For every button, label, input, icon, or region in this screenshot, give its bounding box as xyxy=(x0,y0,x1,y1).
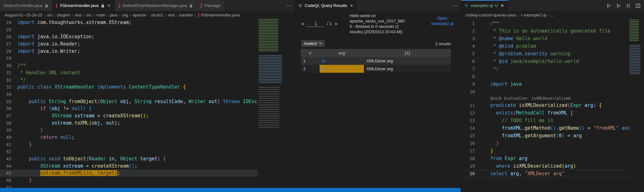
minimap[interactable] xyxy=(259,19,286,186)
code-line[interactable]: 6 * @id java/example/hello-world xyxy=(461,58,629,65)
code-line[interactable]: 5 * @problem.severity warning xyxy=(461,50,629,58)
breadcrumb-item[interactable]: main xyxy=(96,13,105,17)
close-icon[interactable]: ✕ xyxy=(107,3,111,8)
breadcrumb-item[interactable]: JXStreamHandler.java xyxy=(198,13,240,17)
breadcrumb-item[interactable]: rest xyxy=(75,13,82,17)
code-line[interactable]: 11predicate isXMLDeserialized(Expr arg) … xyxy=(461,102,629,109)
code-line[interactable]: 36 if (obj != null) { xyxy=(0,105,258,112)
code-line[interactable]: 16 ) xyxy=(461,139,629,147)
code-line[interactable]: 43 public void toObject(Reader in, Objec… xyxy=(0,155,258,163)
code-line[interactable]: 30/** xyxy=(0,62,258,69)
close-icon[interactable]: ✕ xyxy=(349,3,354,8)
code-line[interactable]: 3 * @name Hello world xyxy=(461,35,629,42)
breadcrumb-item[interactable]: struts2 xyxy=(151,13,163,17)
code-line[interactable]: 34 xyxy=(0,91,258,98)
tab-example2-ql[interactable]: example2.ql U ✕ xyxy=(461,0,508,11)
breadcrumb-item[interactable]: ... xyxy=(551,13,554,17)
close-icon[interactable]: ✕ xyxy=(500,3,505,8)
tab-xstreamhandler[interactable]: J XStreamHandler.java ✕ xyxy=(52,0,115,11)
tab-package[interactable]: J Package xyxy=(197,0,224,11)
code-line[interactable]: 39 } xyxy=(0,127,258,134)
tab-codeql-query-results[interactable]: CodeQL Query Results ✕ xyxy=(295,0,358,11)
breadcrumb-item[interactable]: plugins xyxy=(57,13,70,17)
code-line[interactable]: 9import java xyxy=(461,80,629,88)
java-code-editor[interactable]: 24import com.thoughtworks.xstream.XStrea… xyxy=(0,19,258,192)
line-number: 38 xyxy=(0,120,11,127)
lock-icon xyxy=(101,4,105,8)
code-line[interactable]: 10 xyxy=(461,88,629,96)
result-link[interactable]: in xyxy=(322,66,325,71)
code-line[interactable]: 7 */ xyxy=(461,65,629,73)
breadcrumb-item[interactable]: August-01--15-16-25 xyxy=(4,13,42,17)
code-line[interactable]: 17} xyxy=(461,147,629,155)
line-number: 14 xyxy=(461,124,475,132)
code-line[interactable]: 20select arg, "XMLDeser arg" xyxy=(461,170,629,177)
code-line[interactable]: 12 exists(MethodCall fromXML | xyxy=(461,109,629,117)
breadcrumb-item[interactable]: apache xyxy=(133,13,146,17)
result-arg-cell[interactable]: is xyxy=(320,57,364,65)
code-line[interactable]: 41 } xyxy=(0,141,258,148)
compare-changes-icon[interactable] xyxy=(626,3,631,8)
code-line[interactable]: 18from Expr arg xyxy=(461,155,629,162)
code-line[interactable]: 37 XStream xstream = createXStream(); xyxy=(0,112,258,120)
code-line[interactable]: 15 fromXML.getArgument(0) = arg xyxy=(461,132,629,139)
code-line[interactable]: 29 xyxy=(0,55,258,62)
select-dropdown[interactable]: #select xyxy=(301,40,325,47)
result-index: 2 xyxy=(301,65,320,73)
code-line[interactable]: 25 xyxy=(0,26,258,34)
page-number-input[interactable] xyxy=(307,21,324,27)
code-line[interactable]: 26import java.io.IOException; xyxy=(0,33,258,40)
code-line[interactable]: 8 xyxy=(461,73,629,80)
ql-code-editor[interactable]: 1/**2 * This is an automatically generat… xyxy=(461,20,629,192)
more-actions-icon[interactable]: ⋯ xyxy=(450,3,461,9)
code-line[interactable]: 46 } xyxy=(0,177,258,184)
code-line[interactable]: 28import java.io.Writer; xyxy=(0,48,258,55)
line-number: 40 xyxy=(0,134,11,141)
code-line[interactable]: 44 XStream xstream = createXStream(); xyxy=(0,163,258,170)
code-line[interactable]: 35 public String fromObject(Object obj, … xyxy=(0,98,258,105)
minimap[interactable] xyxy=(629,20,642,186)
breadcrumb-item[interactable]: java xyxy=(110,13,118,17)
column-header[interactable]: arg xyxy=(320,49,364,57)
breadcrumb-item[interactable]: org xyxy=(122,13,128,17)
code-line[interactable]: 40 return null; xyxy=(0,134,258,141)
line-number: 28 xyxy=(0,48,11,55)
run-query-icon[interactable] xyxy=(606,3,611,8)
result-arg-cell[interactable]: in xyxy=(320,65,364,73)
tab-orderscontroller[interactable]: OrdersController.java xyxy=(0,0,52,11)
breadcrumb-item[interactable]: codeql-custom-queries-java xyxy=(465,13,516,17)
code-line[interactable]: 42 xyxy=(0,148,258,155)
code-line[interactable]: 14 fromXML.getMethod().getName() = "from… xyxy=(461,124,629,132)
breadcrumb-item[interactable]: handler xyxy=(179,13,193,17)
minimap-comment-block xyxy=(629,20,639,42)
quick-evaluation-codelens[interactable]: Quick Evaluation: isXMLDeserialized xyxy=(461,96,629,102)
code-line[interactable]: 1/** xyxy=(461,20,629,27)
open-query-link[interactable]: Open example2.ql xyxy=(426,15,458,26)
column-header[interactable]: # xyxy=(301,49,320,57)
more-actions-icon[interactable]: ⋯ xyxy=(283,3,295,9)
code-line[interactable]: 19 where isXMLDeserialized(arg) xyxy=(461,162,629,170)
tab-defaultovalvalidationmanager[interactable]: J DefaultOValValidationManager.java xyxy=(115,0,197,11)
code-line[interactable]: 2 * This is an automatically generated f… xyxy=(461,27,629,35)
split-editor-icon[interactable] xyxy=(635,3,641,8)
code-line[interactable]: 24import com.thoughtworks.xstream.XStrea… xyxy=(0,19,258,26)
code-line[interactable]: 32 */ xyxy=(0,77,258,84)
code-line[interactable]: 38 xstream.toXML(obj, out); xyxy=(0,120,258,127)
play-icon[interactable] xyxy=(616,3,621,8)
column-header[interactable]: [1] xyxy=(364,49,451,57)
breadcrumb-item[interactable]: src xyxy=(86,13,92,17)
result-link[interactable]: is xyxy=(322,59,325,63)
code-line[interactable]: 45 xstream.fromXML(in, target); xyxy=(0,170,258,177)
breadcrumb-item[interactable]: rest xyxy=(168,13,175,17)
code-line[interactable]: 27import java.io.Reader; xyxy=(0,40,258,48)
next-page-icon[interactable]: » xyxy=(334,21,337,27)
result-row[interactable]: 1isXMLDeser arg xyxy=(301,57,451,65)
result-row[interactable]: 2inXMLDeser arg xyxy=(301,65,451,73)
code-line[interactable]: 31 * Handles XML content xyxy=(0,69,258,77)
code-line[interactable]: 13 // TODO fill me in xyxy=(461,117,629,124)
breadcrumb-item[interactable]: ≡example2.ql xyxy=(520,13,546,17)
code-line[interactable]: 4 * @kind problem xyxy=(461,42,629,50)
breadcrumb-item[interactable]: src xyxy=(47,13,52,17)
code-line[interactable]: 33public class XStreamHandler implements… xyxy=(0,84,258,91)
prev-page-icon[interactable]: « xyxy=(301,21,304,27)
